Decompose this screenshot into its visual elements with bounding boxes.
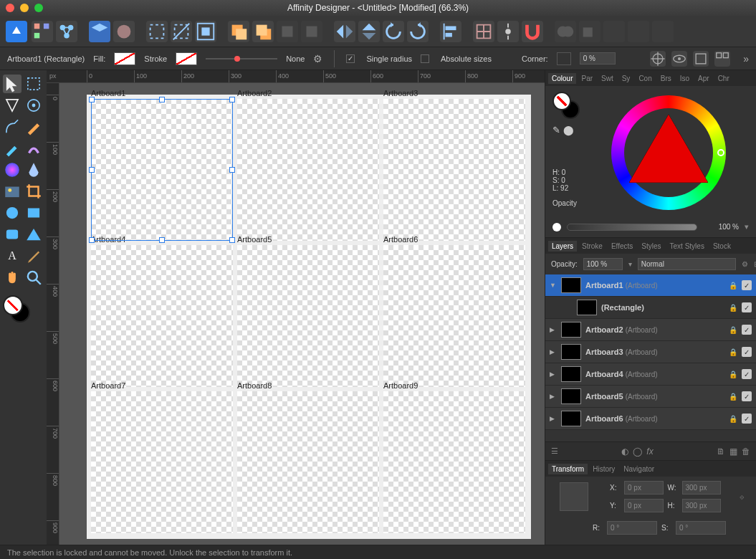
artboard-label[interactable]: Artboard6 xyxy=(383,235,418,244)
colour-wheel[interactable] xyxy=(588,92,749,214)
panel-tab[interactable]: Apr xyxy=(694,73,713,84)
artboard[interactable]: Artboard7 xyxy=(91,391,233,533)
stroke-swatch[interactable] xyxy=(176,52,197,65)
panel-tab[interactable]: Navigator xyxy=(620,464,658,474)
panel-tab[interactable]: Text Styles xyxy=(666,241,708,252)
panel-tab[interactable]: Transform xyxy=(548,464,588,474)
pencil-tool-icon[interactable] xyxy=(24,118,43,136)
visibility-checkbox[interactable]: ✓ xyxy=(742,391,752,401)
magnet-icon[interactable] xyxy=(522,21,543,42)
artboard[interactable]: Artboard6 xyxy=(383,245,525,387)
hand-tool-icon[interactable] xyxy=(3,268,21,287)
x-input[interactable] xyxy=(624,481,664,494)
vector-brush-icon[interactable] xyxy=(24,139,43,158)
boolean-add-icon[interactable] xyxy=(555,21,576,42)
triangle-tool-icon[interactable] xyxy=(24,225,43,244)
text-tool-icon[interactable]: A xyxy=(3,247,21,265)
artboard-label[interactable]: Artboard8 xyxy=(237,381,272,390)
boolean-int-icon[interactable] xyxy=(603,21,625,42)
layer-row[interactable]: ▶ Artboard4 (Artboard) 🔒 ✓ xyxy=(545,363,756,386)
grid-icon[interactable] xyxy=(473,21,494,42)
panel-tab[interactable]: History xyxy=(589,464,618,474)
ruler-horizontal[interactable]: px 0100200300400500600700800900 xyxy=(47,70,545,83)
node-tool-icon[interactable] xyxy=(3,96,21,115)
arrange-bwd-icon[interactable] xyxy=(301,21,322,42)
lock-icon[interactable]: 🔒 xyxy=(729,326,737,334)
ruler-vertical[interactable]: 0100200300400500600700800900 xyxy=(47,83,59,545)
expand-arrow-icon[interactable]: ▶ xyxy=(550,415,557,422)
stack-icon[interactable]: ☰ xyxy=(551,446,558,456)
boolean-div-icon[interactable] xyxy=(652,21,674,42)
layer-row[interactable]: ▼ Artboard1 (Artboard) 🔒 ✓ xyxy=(545,274,756,297)
target-icon[interactable] xyxy=(650,51,666,67)
anchor-point-selector[interactable] xyxy=(560,482,588,511)
artboard-label[interactable]: Artboard2 xyxy=(237,89,272,97)
invert-select-icon[interactable] xyxy=(195,21,216,42)
visibility-checkbox[interactable]: ✓ xyxy=(742,347,752,357)
overflow-icon[interactable]: » xyxy=(743,53,749,64)
artboard-label[interactable]: Artboard9 xyxy=(383,381,418,390)
rectangle-tool-icon[interactable] xyxy=(24,204,43,222)
flip-v-icon[interactable] xyxy=(358,21,380,42)
arrange-back-icon[interactable] xyxy=(252,21,274,42)
place-image-tool-icon[interactable] xyxy=(3,182,21,201)
adjustment-icon[interactable]: ◯ xyxy=(633,446,642,457)
arrange-fwd-icon[interactable] xyxy=(277,21,298,42)
lock-icon[interactable]: 🔒 xyxy=(729,415,737,423)
layer-row[interactable]: ▶ Artboard2 (Artboard) 🔒 ✓ xyxy=(545,319,756,341)
lock-icon[interactable]: 🔒 xyxy=(729,304,737,312)
corner-type-icon[interactable] xyxy=(557,52,571,65)
ellipse-tool-icon[interactable] xyxy=(3,204,21,222)
layer-row[interactable]: ▶ Artboard3 (Artboard) 🔒 ✓ xyxy=(545,341,756,363)
panel-tab[interactable]: Sy xyxy=(618,73,634,84)
panel-tab[interactable]: Brs xyxy=(657,73,675,84)
panel-tab[interactable]: Stock xyxy=(709,241,735,252)
artboard-label[interactable]: Artboard4 xyxy=(91,235,125,244)
add-pixel-layer-icon[interactable]: ▦ xyxy=(729,446,737,457)
persona-export-icon[interactable] xyxy=(56,21,77,42)
app-logo-icon[interactable] xyxy=(6,21,27,42)
fill-tool-icon[interactable] xyxy=(3,161,21,179)
panel-tab[interactable]: Con xyxy=(635,73,655,84)
chevron-down-icon[interactable]: ▾ xyxy=(628,260,632,268)
y-input[interactable] xyxy=(624,499,664,512)
rotate-cw-icon[interactable] xyxy=(407,21,429,42)
visibility-checkbox[interactable]: ✓ xyxy=(742,302,752,312)
fx-icon[interactable]: fx xyxy=(646,446,653,457)
stroke-width-slider[interactable] xyxy=(206,58,277,59)
dashboard-icon[interactable] xyxy=(714,51,730,67)
h-input[interactable] xyxy=(682,499,722,512)
flip-h-icon[interactable] xyxy=(334,21,355,42)
expand-arrow-icon[interactable]: ▼ xyxy=(550,282,557,289)
layer-row[interactable]: (Rectangle) 🔒 ✓ xyxy=(545,297,756,319)
artboard-label[interactable]: Artboard7 xyxy=(91,381,125,390)
artboard[interactable]: Artboard4 xyxy=(91,245,233,387)
panel-tab[interactable]: Par xyxy=(578,73,596,84)
align-icon[interactable] xyxy=(440,21,461,42)
lock-icon[interactable]: 🔒 xyxy=(729,282,737,290)
persona-pixel-icon[interactable] xyxy=(32,21,53,42)
blend-mode-select[interactable] xyxy=(638,258,736,270)
chevron-down-icon[interactable]: ▾ xyxy=(745,222,749,231)
panel-tab[interactable]: Styles xyxy=(638,241,664,252)
expand-arrow-icon[interactable]: ▶ xyxy=(550,371,557,378)
arrange-front-icon[interactable] xyxy=(228,21,249,42)
expand-arrow-icon[interactable]: ▶ xyxy=(550,393,557,400)
w-input[interactable] xyxy=(682,481,722,494)
deselect-icon[interactable] xyxy=(171,21,192,42)
new-layer-icon[interactable] xyxy=(89,21,110,42)
visibility-checkbox[interactable]: ✓ xyxy=(742,325,752,335)
artboard[interactable]: Artboard8 xyxy=(237,391,379,533)
visibility-checkbox[interactable]: ✓ xyxy=(742,414,752,424)
artboard-tool-icon[interactable] xyxy=(24,75,43,93)
add-layer-icon[interactable]: 🗎 xyxy=(717,446,725,457)
panel-tab[interactable]: Colour xyxy=(548,73,576,84)
artboard-label[interactable]: Artboard3 xyxy=(383,89,418,97)
panel-tab[interactable]: Swt xyxy=(598,73,617,84)
zoom-tool-icon[interactable] xyxy=(24,268,43,287)
layer-row[interactable]: ▶ Artboard6 (Artboard) 🔒 ✓ xyxy=(545,408,756,430)
lock-icon[interactable]: 🔒 xyxy=(729,371,737,378)
rotate-ccw-icon[interactable] xyxy=(383,21,404,42)
brush-tool-icon[interactable] xyxy=(3,139,21,158)
delete-layer-icon[interactable]: 🗑 xyxy=(742,446,750,457)
